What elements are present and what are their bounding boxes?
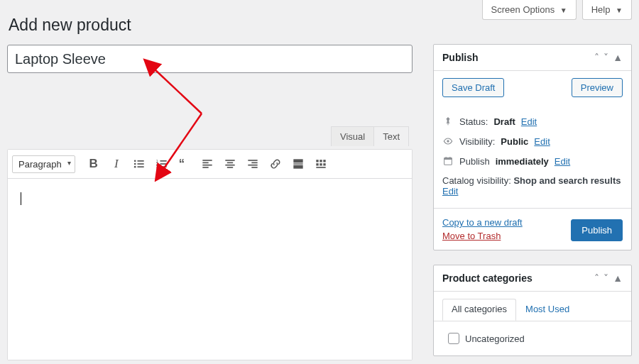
chevron-down-icon: ▼ [616, 6, 623, 14]
publish-heading: Publish [442, 52, 479, 63]
tab-all-categories[interactable]: All categories [442, 299, 516, 321]
svg-rect-34 [320, 163, 322, 165]
svg-rect-28 [293, 163, 302, 164]
svg-point-2 [134, 160, 136, 162]
svg-rect-5 [137, 163, 143, 165]
preview-button[interactable]: Preview [572, 78, 623, 97]
metabox-toggle-icon[interactable]: ▲ [613, 272, 623, 284]
categories-metabox: Product categories ˄ ˅ ▲ All categories … [433, 265, 632, 356]
tab-most-used[interactable]: Most Used [516, 299, 579, 321]
editor-mode-tabs: Visual Text [7, 123, 413, 146]
svg-point-6 [134, 166, 136, 168]
format-select[interactable]: Paragraph [12, 155, 75, 173]
publish-date-edit-link[interactable]: Edit [555, 156, 570, 167]
catalog-value: Shop and search results [513, 175, 621, 186]
pin-icon [442, 116, 454, 127]
svg-rect-17 [202, 165, 212, 166]
align-center-button[interactable] [220, 154, 240, 174]
status-edit-link[interactable]: Edit [521, 116, 537, 127]
category-label: Uncategorized [465, 333, 525, 344]
text-cursor [21, 192, 21, 205]
svg-rect-22 [227, 167, 233, 168]
metabox-toggle-icon[interactable]: ▲ [613, 52, 623, 63]
svg-rect-26 [251, 167, 257, 168]
screen-options-label: Screen Options [491, 4, 555, 15]
align-right-button[interactable] [243, 154, 263, 174]
link-button[interactable] [266, 154, 285, 174]
tab-visual[interactable]: Visual [331, 126, 374, 146]
svg-rect-41 [446, 157, 447, 159]
editor-toolbar: Paragraph B I 123 “ [8, 150, 412, 179]
move-to-trash-link[interactable]: Move to Trash [442, 231, 523, 241]
category-checkbox[interactable] [448, 333, 459, 344]
product-title-input[interactable] [7, 45, 413, 73]
bullet-list-button[interactable] [129, 154, 149, 174]
svg-rect-35 [323, 163, 325, 165]
bold-button[interactable]: B [84, 154, 104, 174]
svg-text:“: “ [178, 157, 184, 170]
svg-rect-9 [160, 160, 166, 162]
publish-metabox: Publish ˄ ˅ ▲ Save Draft Preview Status:… [433, 44, 632, 250]
svg-rect-18 [202, 167, 208, 168]
help-button[interactable]: Help ▼ [582, 0, 632, 20]
svg-rect-13 [160, 166, 166, 167]
publish-button[interactable]: Publish [571, 219, 623, 241]
blockquote-button[interactable]: “ [175, 154, 195, 174]
svg-rect-27 [293, 159, 302, 162]
svg-point-38 [447, 140, 449, 142]
svg-rect-16 [202, 162, 208, 164]
svg-rect-29 [293, 165, 302, 169]
svg-rect-19 [225, 160, 234, 161]
publish-date-value: immediately [496, 156, 549, 167]
svg-rect-36 [316, 167, 325, 168]
categories-heading: Product categories [442, 272, 532, 284]
svg-rect-31 [320, 160, 322, 162]
help-label: Help [591, 4, 611, 15]
readmore-button[interactable] [288, 154, 308, 174]
svg-rect-25 [248, 165, 257, 166]
catalog-label: Catalog visibility: [442, 175, 511, 186]
svg-rect-20 [227, 162, 233, 164]
svg-text:3: 3 [155, 165, 158, 169]
svg-rect-3 [137, 160, 143, 162]
svg-rect-23 [248, 160, 257, 161]
publish-date-label: Publish [459, 156, 490, 167]
numbered-list-button[interactable]: 123 [152, 154, 172, 174]
svg-rect-7 [137, 166, 143, 167]
svg-rect-24 [251, 162, 257, 164]
italic-button[interactable]: I [106, 154, 126, 174]
svg-rect-42 [449, 157, 450, 159]
svg-rect-11 [160, 163, 166, 165]
visibility-value: Public [501, 136, 528, 147]
svg-rect-37 [448, 123, 449, 125]
svg-point-4 [134, 163, 136, 165]
status-label: Status: [459, 116, 488, 127]
visibility-label: Visibility: [459, 136, 495, 147]
metabox-down-icon[interactable]: ˅ [604, 272, 608, 284]
metabox-up-icon[interactable]: ˄ [594, 52, 599, 63]
svg-rect-30 [316, 160, 318, 162]
calendar-icon [442, 155, 454, 167]
toolbar-toggle-button[interactable] [311, 154, 331, 174]
save-draft-button[interactable]: Save Draft [442, 78, 504, 97]
page-title: Add new product [9, 16, 419, 35]
screen-options-button[interactable]: Screen Options ▼ [482, 0, 577, 20]
metabox-down-icon[interactable]: ˅ [604, 52, 608, 63]
align-left-button[interactable] [197, 154, 217, 174]
tab-text[interactable]: Text [374, 126, 409, 146]
metabox-up-icon[interactable]: ˄ [594, 272, 599, 284]
visibility-edit-link[interactable]: Edit [534, 136, 550, 147]
category-item[interactable]: Uncategorized [448, 330, 617, 347]
svg-rect-40 [444, 158, 452, 160]
copy-draft-link[interactable]: Copy to a new draft [442, 217, 523, 228]
chevron-down-icon: ▼ [560, 6, 567, 14]
svg-rect-15 [202, 160, 212, 161]
svg-rect-21 [225, 165, 234, 166]
catalog-edit-link[interactable]: Edit [442, 186, 458, 197]
eye-icon [442, 136, 454, 147]
status-value: Draft [493, 116, 515, 127]
content-editor[interactable] [8, 179, 412, 360]
svg-rect-33 [316, 163, 318, 165]
svg-rect-32 [323, 160, 325, 162]
